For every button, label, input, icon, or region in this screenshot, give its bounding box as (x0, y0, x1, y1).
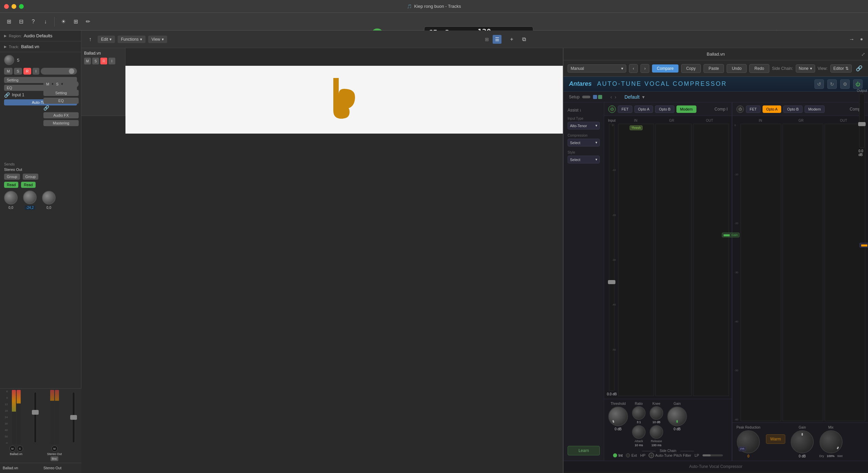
import-icon[interactable]: ↓ (41, 17, 50, 26)
list-view-icon[interactable]: ☰ (493, 35, 501, 44)
gain-knob-1[interactable] (667, 407, 687, 426)
thresh-label-1[interactable]: Thresh (630, 125, 643, 130)
browser-icon[interactable]: ⊞ (4, 17, 14, 26)
mix-knob[interactable] (820, 430, 843, 453)
nav-left-arrow[interactable]: ‹ (610, 94, 612, 100)
close-button[interactable] (4, 4, 9, 9)
undo-button[interactable]: Undo (727, 64, 747, 73)
fader-handle-1[interactable] (32, 410, 39, 415)
power-icon[interactable]: ⏻ (853, 79, 863, 89)
maximize-button[interactable] (19, 4, 24, 9)
nav-prev-btn[interactable]: ‹ (629, 64, 638, 73)
output-icon[interactable]: → (847, 35, 856, 44)
output-fader-track[interactable] (859, 94, 865, 148)
setup-toggle[interactable] (582, 96, 590, 98)
preset-dropdown[interactable]: Manual ▾ (568, 64, 626, 73)
comp2-modern-btn[interactable]: Modern (805, 105, 825, 113)
view-dropdown[interactable]: Editor ⇅ (830, 64, 852, 73)
reset-icon[interactable]: ↺ (814, 79, 824, 89)
style-select[interactable]: Select ▾ (568, 156, 600, 163)
track-up-icon[interactable]: ↑ (85, 35, 95, 44)
ext-radio-dot[interactable] (626, 453, 630, 457)
lane-mute-btn[interactable]: M (84, 58, 91, 64)
input-monitor-button-1[interactable]: I (33, 68, 39, 75)
lane-solo-btn[interactable]: S (92, 58, 99, 64)
bnc-button[interactable]: Bnc (51, 456, 59, 461)
assist-info-icon[interactable]: ℹ (580, 109, 581, 112)
fader-track-2[interactable] (72, 392, 75, 443)
add-track-btn[interactable]: + (507, 35, 516, 44)
help-icon[interactable]: ? (28, 17, 38, 26)
solo-button-1[interactable]: S (14, 68, 22, 75)
mastering-button[interactable]: Mastering (43, 120, 79, 126)
group-button-2[interactable]: Group (23, 174, 39, 180)
settings-icon[interactable]: ⚙ (840, 79, 850, 89)
track-pan-knob[interactable] (4, 55, 14, 65)
fader-track-1[interactable] (34, 392, 37, 443)
compression-select[interactable]: Select ▾ (568, 139, 600, 146)
brightness-icon[interactable]: ☀ (59, 17, 68, 26)
grid-icon-1[interactable]: ⊞ (482, 35, 491, 44)
warm-button[interactable]: Warm (766, 434, 786, 444)
meter-btn-m[interactable]: M (9, 446, 16, 452)
group-button-1[interactable]: Group (4, 174, 20, 180)
release-knob[interactable] (650, 425, 663, 439)
region-header[interactable]: ▶ Region: Audio Defaults (4, 33, 77, 38)
pan-knob-1[interactable] (4, 191, 18, 204)
gain-label-2[interactable]: Gain (860, 243, 868, 248)
mixer-icon[interactable]: ⊟ (16, 17, 26, 26)
nav-next-btn[interactable]: › (640, 64, 649, 73)
pan-knob-2[interactable] (23, 191, 37, 204)
comp2-power-btn[interactable]: ⏻ (736, 105, 744, 113)
solo-button-2[interactable]: S (53, 81, 61, 87)
nav-right-arrow[interactable]: › (615, 94, 616, 100)
pencil-icon[interactable]: ✏ (83, 17, 93, 26)
mute-button-2[interactable]: M (43, 81, 52, 87)
audiofx-button[interactable]: Audio FX (43, 112, 79, 118)
mute-button-1[interactable]: M (4, 68, 13, 75)
meter-btn-m2[interactable]: M (52, 446, 58, 452)
comp1-fet-btn[interactable]: FET (618, 105, 632, 113)
side-chain-dropdown[interactable]: None ▾ (796, 64, 815, 73)
copy-button[interactable]: Copy (681, 64, 701, 73)
lane-record-btn[interactable]: R (100, 58, 107, 64)
learn-button[interactable]: Learn (568, 446, 600, 455)
redo-button[interactable]: Redo (749, 64, 769, 73)
lane-input-btn[interactable]: I (108, 58, 115, 64)
pan-knob-3[interactable] (42, 191, 56, 204)
compare-button[interactable]: Compare (652, 64, 678, 73)
comp1-optoa-btn[interactable]: Opto A (634, 105, 653, 113)
refresh-icon[interactable]: ↻ (827, 79, 837, 89)
duplicate-icon[interactable]: ⧉ (519, 35, 529, 44)
preset-name-dropdown[interactable]: ▾ (642, 94, 645, 100)
gain-knob-2[interactable] (791, 430, 814, 453)
paste-button[interactable]: Paste (704, 64, 724, 73)
autotune-filter-icon[interactable]: ♪ (649, 453, 654, 458)
comp2-optob-btn[interactable]: Opto B (783, 105, 802, 113)
view-menu[interactable]: View ▾ (148, 36, 167, 43)
ratio-knob[interactable] (632, 406, 646, 420)
read-button-2[interactable]: Read (21, 182, 35, 188)
knee-knob[interactable] (650, 406, 663, 420)
threshold-knob[interactable] (608, 407, 628, 426)
peak-reduction-knob[interactable]: PR (737, 430, 760, 453)
comp2-fet-btn[interactable]: FET (746, 105, 761, 113)
comp1-optob-btn[interactable]: Opto B (655, 105, 674, 113)
mixer2-icon[interactable]: ⊞ (71, 17, 80, 26)
comp1-modern-btn[interactable]: Modern (676, 105, 696, 113)
plugin-expand-icon[interactable]: ⤢ (861, 52, 865, 57)
link-plugin-icon[interactable]: 🔗 (854, 64, 864, 73)
fader-handle-2[interactable] (70, 415, 77, 420)
comp1-power-btn[interactable]: ⏻ (608, 105, 616, 113)
record-arm-button-1[interactable]: R (23, 68, 32, 75)
int-radio-dot[interactable] (613, 453, 617, 457)
output-fader-handle[interactable] (858, 122, 866, 126)
fader-slider-2[interactable] (63, 81, 79, 87)
lp-slider[interactable] (703, 454, 723, 456)
functions-menu[interactable]: Functions ▾ (118, 36, 145, 43)
comp2-optoa-btn[interactable]: Opto A (763, 105, 782, 113)
setting-button-2[interactable]: Setting (43, 90, 79, 96)
meter-btn-s[interactable]: S (17, 446, 23, 452)
eq-button-2[interactable]: EQ (43, 98, 79, 104)
input-type-select[interactable]: Alto-Tenor ▾ (568, 122, 600, 130)
